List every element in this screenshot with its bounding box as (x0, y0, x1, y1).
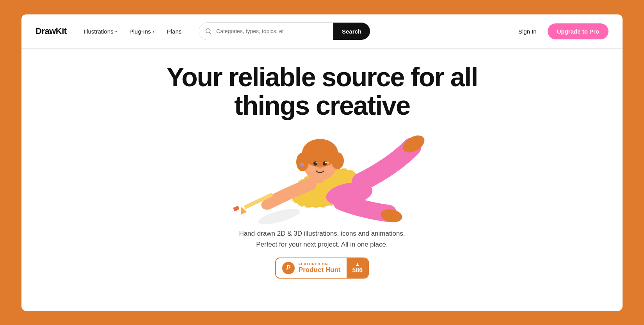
svg-point-18 (323, 162, 327, 166)
nav-right: Sign In Upgrade to Pro (514, 23, 608, 39)
hero-title-line1: Your reliable source for all (167, 62, 478, 92)
upgrade-button[interactable]: Upgrade to Pro (548, 23, 608, 39)
hero-subtitle: Hand-drawn 2D & 3D illustrations, icons … (228, 228, 416, 249)
chevron-down-icon: ▾ (153, 29, 155, 34)
svg-point-19 (316, 162, 317, 163)
hero-section: Your reliable source for all things crea… (21, 49, 623, 311)
svg-point-24 (300, 163, 304, 167)
ph-logo-circle: P (282, 262, 295, 274)
search-icon (199, 28, 216, 34)
ph-vote-count[interactable]: ▲ 586 (347, 258, 368, 278)
svg-point-16 (331, 152, 344, 169)
ph-featured-label: FEATURED ON (299, 262, 328, 266)
svg-rect-10 (233, 206, 240, 211)
ph-upvote-icon: ▲ (355, 262, 360, 266)
ph-left: P FEATURED ON Product Hunt (276, 262, 347, 274)
hero-title-line2: things creative (234, 91, 410, 120)
ph-logo-letter: P (286, 265, 290, 272)
chevron-down-icon: ▾ (115, 29, 117, 34)
svg-point-22 (307, 167, 315, 172)
page-frame: DrawKit Illustrations ▾ Plug-Ins ▾ Plans (21, 14, 623, 311)
logo[interactable]: DrawKit (36, 26, 67, 36)
product-hunt-badge[interactable]: P FEATURED ON Product Hunt ▲ 586 (275, 258, 369, 279)
navbar: DrawKit Illustrations ▾ Plug-Ins ▾ Plans (21, 14, 623, 49)
nav-illustrations-label: Illustrations (84, 28, 114, 35)
nav-links: Illustrations ▾ Plug-Ins ▾ Plans (79, 25, 186, 38)
hero-title: Your reliable source for all things crea… (167, 63, 478, 120)
nav-item-illustrations[interactable]: Illustrations ▾ (79, 25, 122, 38)
svg-point-23 (325, 167, 333, 172)
nav-item-plans[interactable]: Plans (162, 25, 187, 38)
ph-count-value: 586 (352, 266, 363, 274)
hero-illustration (205, 116, 439, 225)
svg-line-1 (210, 32, 211, 34)
nav-item-plugins[interactable]: Plug-Ins ▾ (125, 25, 159, 38)
search-input[interactable] (216, 28, 333, 34)
sign-in-button[interactable]: Sign In (514, 25, 541, 38)
nav-plans-label: Plans (167, 28, 182, 35)
search-button[interactable]: Search (333, 23, 370, 40)
svg-point-21 (318, 166, 322, 169)
ph-text-block: FEATURED ON Product Hunt (299, 262, 341, 274)
search-bar: Search (199, 22, 370, 40)
ph-name: Product Hunt (299, 266, 341, 274)
svg-point-17 (313, 162, 317, 166)
svg-point-15 (296, 153, 309, 171)
nav-plugins-label: Plug-Ins (130, 28, 151, 35)
